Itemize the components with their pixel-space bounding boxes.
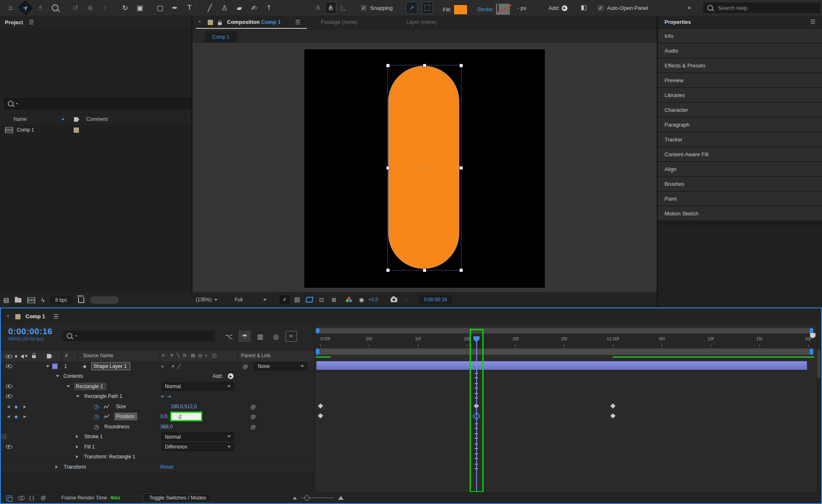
navigator-start-handle[interactable] — [316, 328, 320, 333]
transform-label[interactable]: Transform — [64, 464, 86, 470]
stroke-width-value[interactable]: - px — [517, 5, 526, 11]
mask-visibility-icon[interactable] — [304, 295, 314, 304]
size-stopwatch-icon[interactable]: ◷ — [94, 404, 99, 409]
view-layout-icon[interactable]: ⊞ — [329, 295, 339, 304]
selection-handle[interactable] — [386, 64, 390, 67]
shape-bezier-icon[interactable]: ↗ — [406, 2, 417, 14]
local-axis-mode[interactable]: ⋔ — [313, 2, 323, 13]
tab-label-swatch[interactable] — [207, 19, 213, 25]
panel-item-paragraph[interactable]: Paragraph — [658, 118, 822, 132]
home-tool[interactable]: ⌂ — [5, 2, 16, 14]
panel-item-align[interactable]: Align — [658, 162, 822, 176]
project-item-comp1[interactable]: Comp 1 — [0, 125, 191, 136]
orbit-camera-tool[interactable]: ↺ — [70, 2, 81, 14]
roundness-label[interactable]: Roundness — [104, 424, 130, 430]
stroke1-eye-cell[interactable] — [2, 434, 7, 439]
position-value-prefix[interactable]: 0,0, — [160, 414, 169, 419]
stroke1-chevron[interactable] — [76, 435, 78, 438]
stroke-label[interactable]: Stroke: — [477, 6, 494, 12]
panel-item-tracker[interactable]: Tracker — [658, 132, 822, 146]
lock-icon[interactable] — [218, 22, 222, 25]
parent-link-column-header[interactable]: Parent & Link — [241, 353, 271, 358]
fill1-blend-mode-dropdown[interactable]: Difference — [162, 443, 234, 451]
transform-rect-chevron[interactable] — [76, 455, 78, 458]
stroke-color-swatch[interactable] — [496, 4, 510, 15]
keyframe-at-time-icon[interactable]: ◆ — [14, 404, 18, 409]
row-transform[interactable]: Transform Reset — [1, 462, 314, 472]
panel-item-libraries[interactable]: Libraries — [658, 88, 822, 102]
current-timecode[interactable]: 0:00:00:16 — [8, 326, 53, 336]
snapshot-icon[interactable] — [389, 295, 399, 304]
snapping-checkbox[interactable] — [360, 5, 367, 12]
roundness-value[interactable]: 368,0 — [160, 424, 173, 430]
position-label[interactable]: Position — [114, 413, 137, 421]
exposure-value[interactable]: +0,0 — [368, 297, 378, 303]
fill1-eye-icon[interactable] — [6, 445, 12, 449]
project-renderer-icon[interactable]: ϟ — [41, 297, 44, 304]
size-value[interactable]: 180,0,512,0 — [171, 404, 197, 409]
size-label[interactable]: Size — [114, 402, 129, 410]
viewer-menu-icon[interactable]: ☰ — [295, 19, 301, 25]
stroke1-blend-mode-dropdown[interactable]: Normal — [162, 433, 234, 441]
sort-ascending-icon[interactable]: ▲ — [61, 116, 65, 121]
add-label[interactable]: Add: — [549, 5, 560, 11]
column-comment[interactable]: Comment — [86, 116, 108, 122]
column-name[interactable]: Name — [14, 116, 27, 122]
render-time-pane-icon[interactable]: @ — [39, 494, 48, 502]
tab-composition[interactable]: Composition Comp 1 — [227, 19, 281, 25]
row-stroke-1[interactable]: Stroke 1 Normal — [1, 432, 314, 442]
row-rectangle-1[interactable]: Rectangle 1 Normal — [1, 381, 314, 392]
viewer-timecode[interactable]: 0:00:00:16 — [419, 296, 452, 304]
footer-slider[interactable] — [90, 296, 119, 304]
size-pickwhip-icon[interactable]: @ — [250, 403, 256, 409]
new-composition-icon[interactable] — [27, 297, 35, 303]
composition-canvas[interactable] — [304, 49, 545, 288]
prev-keyframe-icon[interactable]: ◀ — [7, 405, 10, 409]
work-area-end-handle[interactable] — [810, 349, 813, 355]
selection-tool[interactable]: ➤ — [18, 0, 33, 16]
search-help-box[interactable]: Search Help — [703, 2, 820, 13]
tab-layer[interactable]: Layer (none) — [406, 19, 437, 25]
zoom-in-icon[interactable] — [338, 496, 344, 500]
bit-depth-button[interactable]: 8 bpc — [50, 296, 72, 304]
puppet-pin-tool[interactable]: † — [264, 2, 274, 14]
time-navigator-bar[interactable] — [316, 328, 813, 333]
row-rectangle-path-1[interactable]: Rectangle Path 1 ⇤ ⇥ — [1, 392, 314, 402]
stroke1-label[interactable]: Stroke 1 — [84, 434, 103, 439]
layer-expand-chevron[interactable] — [46, 365, 49, 367]
panel-item-audio[interactable]: Audio — [658, 44, 822, 58]
layer-name[interactable]: Shape Layer 1 — [91, 362, 130, 370]
row-contents[interactable]: Contents Add: ▶ — [1, 372, 314, 382]
fill1-label[interactable]: Fill 1 — [84, 444, 95, 450]
auto-open-panel-checkbox[interactable] — [597, 5, 604, 12]
row-transform-rectangle-1[interactable]: Transform: Rectangle 1 — [1, 452, 314, 462]
fill-color-swatch[interactable] — [454, 5, 468, 15]
position-pickwhip-icon[interactable]: @ — [250, 414, 256, 420]
transform-chevron[interactable] — [56, 465, 58, 469]
selection-handle[interactable] — [423, 64, 426, 67]
transparency-grid-icon[interactable] — [292, 295, 302, 304]
panel-item-preview[interactable]: Preview — [658, 73, 822, 87]
contents-chevron[interactable] — [56, 375, 59, 377]
keyframe[interactable] — [318, 403, 323, 409]
keyframe-at-time-icon[interactable]: ◆ — [14, 414, 18, 419]
timeline-track-area[interactable]: 0:00f05f10f15f20f25f01:00f05f10f15f20f — [315, 325, 817, 494]
eraser-tool[interactable]: ▰ — [234, 2, 245, 14]
scrollbar-thumb[interactable] — [817, 349, 820, 378]
motion-blur-icon[interactable]: ◎ — [270, 331, 282, 342]
keyframe[interactable] — [610, 403, 616, 409]
timeline-zoom-slider[interactable] — [301, 497, 334, 498]
keyframe[interactable] — [610, 413, 616, 418]
rectangle1-eye-icon[interactable] — [6, 384, 12, 388]
work-area-bar[interactable] — [316, 349, 813, 355]
properties-menu-icon[interactable]: ☰ — [810, 18, 815, 25]
selection-handle[interactable] — [459, 166, 463, 170]
selection-handle[interactable] — [459, 64, 463, 67]
expand-in-out-icon[interactable]: { } — [27, 494, 36, 502]
roundness-pickwhip-icon[interactable]: @ — [250, 423, 256, 430]
timeline-menu-icon[interactable]: ☰ — [53, 313, 59, 320]
magnification-dropdown[interactable]: (135%) — [196, 297, 218, 303]
show-snapshot-icon[interactable]: ◌ — [401, 295, 411, 304]
view-axis-mode[interactable]: ◺ — [338, 2, 349, 13]
project-panel-title[interactable]: Project — [5, 19, 23, 25]
